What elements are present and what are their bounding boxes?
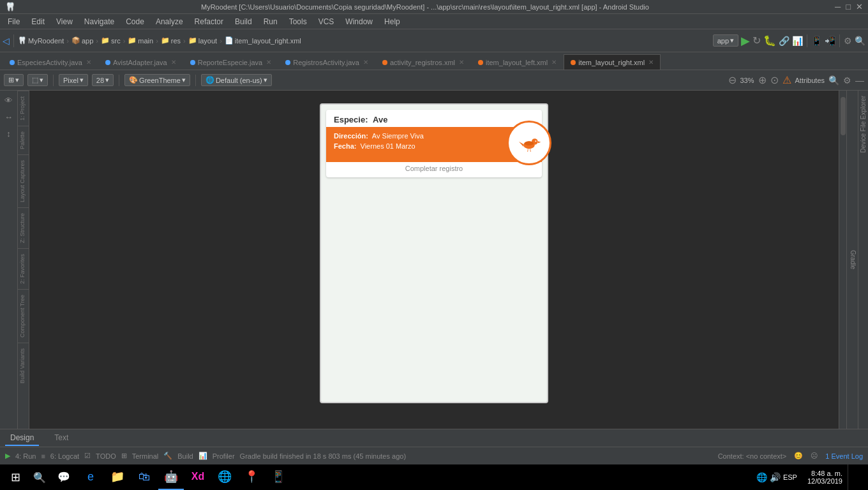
taskbar-icon-cortana[interactable]: 💬 (51, 464, 77, 490)
tab-especies-activity[interactable]: EspeciesActivity.java ✕ (3, 54, 98, 70)
structure-panel-label[interactable]: Z: Structure (18, 207, 29, 248)
device-dropdown[interactable]: Pixel ▾ (59, 74, 88, 86)
settings-icon[interactable]: ⚙ (843, 75, 851, 85)
bc-project[interactable]: 🦷 (18, 36, 27, 45)
fit-screen-button[interactable]: ⊙ (770, 74, 779, 86)
warning-icon[interactable]: ⚠ (782, 74, 791, 86)
bc-file-name[interactable]: item_layout_right.xml (235, 37, 301, 45)
network-icon[interactable]: 🌐 (756, 472, 767, 482)
project-panel-label[interactable]: 1: Project (18, 91, 29, 126)
taskbar-icon-nox[interactable]: 📱 (266, 464, 291, 490)
attributes-label[interactable]: Attributes (795, 77, 825, 84)
sync-icon[interactable]: ↻ (752, 34, 761, 47)
menu-window[interactable]: Window (340, 16, 378, 27)
menu-code[interactable]: Code (121, 16, 149, 27)
tab-close-icon[interactable]: ✕ (459, 59, 464, 66)
tab-activity-registros-xml[interactable]: activity_registros.xml ✕ (375, 54, 471, 70)
search-button[interactable]: 🔍 (28, 464, 51, 490)
bc-app[interactable]: 📦 (71, 36, 80, 45)
taskbar-clock[interactable]: 8:48 a. m. 12/03/2019 (802, 470, 848, 485)
device-file-explorer[interactable]: Device File Explorer (858, 91, 868, 429)
menu-tools[interactable]: Tools (284, 16, 312, 27)
bc-project-name[interactable]: MyRoodent (28, 37, 64, 45)
taskbar-icon-explorer[interactable]: 📁 (105, 464, 130, 490)
taskbar-icon-android-studio[interactable]: 🤖 (158, 464, 184, 490)
profile-icon[interactable]: 📊 (792, 36, 803, 46)
search-icon[interactable]: 🔍 (828, 75, 839, 85)
bc-app-name[interactable]: app (82, 37, 93, 45)
menu-analyze[interactable]: Analyze (151, 16, 188, 27)
palette-panel-label[interactable]: Palette (18, 126, 29, 154)
taskbar-icon-store[interactable]: 🛍 (131, 464, 157, 490)
locale-dropdown[interactable]: 🌐 Default (en-us) ▾ (201, 74, 272, 86)
tab-close-icon[interactable]: ✕ (363, 59, 368, 66)
gradle-sidebar[interactable]: Gradle (846, 91, 858, 429)
menu-file[interactable]: File (3, 16, 25, 27)
bc-src-name[interactable]: src (111, 37, 121, 45)
avd-manager-icon[interactable]: 📲 (825, 36, 835, 46)
sad-icon[interactable]: ☹ (811, 452, 818, 460)
zoom-in-button[interactable]: ⊕ (758, 74, 767, 86)
build-label[interactable]: Build (177, 452, 193, 460)
bc-file[interactable]: 📄 (225, 36, 234, 45)
run-bar-run[interactable]: ▶ (5, 452, 10, 460)
settings-icon[interactable]: ⚙ (844, 36, 852, 46)
taskbar-icon-chrome[interactable]: 🌐 (212, 464, 237, 490)
design-tab[interactable]: Design (5, 431, 39, 446)
menu-run[interactable]: Run (258, 16, 283, 27)
debug-button[interactable]: 🐛 (763, 34, 776, 47)
tab-close-icon[interactable]: ✕ (648, 59, 654, 66)
back-icon[interactable]: ◁ (3, 36, 10, 46)
text-tab[interactable]: Text (49, 431, 73, 446)
captures-panel-label[interactable]: Layout Captures (18, 154, 29, 207)
menu-refactor[interactable]: Refactor (190, 16, 228, 27)
close-button[interactable]: ✕ (856, 2, 863, 11)
run-config-dropdown[interactable]: app ▾ (713, 34, 738, 47)
language-indicator[interactable]: ESP (783, 473, 797, 481)
bc-main[interactable]: 📁 (128, 36, 137, 45)
variants-panel-label[interactable]: Build Variants (18, 343, 29, 389)
tab-close-icon[interactable]: ✕ (551, 59, 557, 66)
logcat-label[interactable]: 6: Logcat (50, 452, 79, 460)
card-footer[interactable]: Completar registro (326, 162, 542, 177)
completar-registro-button[interactable]: Completar registro (405, 165, 463, 172)
show-desktop-button[interactable] (848, 464, 865, 490)
run-label[interactable]: 4: Run (15, 452, 36, 460)
start-button[interactable]: ⊞ (3, 464, 28, 490)
taskbar-icon-xd[interactable]: Xd (185, 464, 211, 490)
more-icon[interactable]: — (855, 75, 864, 85)
vertical-scrollbar[interactable] (839, 91, 846, 429)
tab-registros-activity[interactable]: RegistrosActivity.java ✕ (278, 54, 375, 70)
eye-icon[interactable]: 👁 (2, 93, 16, 107)
taskbar-icon-maps[interactable]: 📍 (239, 464, 264, 490)
sdk-manager-icon[interactable]: 📱 (811, 36, 822, 46)
align-top-icon[interactable]: ↕ (2, 126, 16, 140)
bc-layout-name[interactable]: layout (198, 37, 217, 45)
component-panel-label[interactable]: Component Tree (18, 289, 29, 343)
tab-close-icon[interactable]: ✕ (86, 59, 91, 66)
tab-close-icon[interactable]: ✕ (266, 59, 271, 66)
tab-item-layout-left[interactable]: item_layout_left.xml ✕ (471, 54, 564, 70)
api-dropdown[interactable]: 28 ▾ (92, 74, 114, 86)
taskbar-icon-ie[interactable]: e (78, 464, 103, 490)
orientation-button[interactable]: ⬚ ▾ (27, 74, 48, 86)
tab-close-icon[interactable]: ✕ (171, 59, 176, 66)
tab-reporte-especie[interactable]: ReporteEspecie.java ✕ (183, 54, 279, 70)
search-everywhere-icon[interactable]: 🔍 (855, 36, 865, 46)
gradle-label[interactable]: Gradle (848, 245, 858, 274)
event-log-label[interactable]: 1 Event Log (825, 452, 863, 460)
volume-icon[interactable]: 🔊 (770, 472, 781, 482)
happy-icon[interactable]: 😊 (794, 452, 803, 460)
bc-res[interactable]: 📁 (161, 36, 170, 45)
bc-main-name[interactable]: main (138, 37, 153, 45)
attach-debugger-icon[interactable]: 🔗 (779, 36, 789, 46)
bc-res-name[interactable]: res (171, 37, 181, 45)
profiler-label[interactable]: Profiler (213, 452, 235, 460)
device-explorer-label[interactable]: Device File Explorer (858, 91, 868, 158)
todo-label[interactable]: TODO (96, 452, 116, 460)
tab-avist-adapter[interactable]: AvistAdapter.java ✕ (98, 54, 183, 70)
terminal-label[interactable]: Terminal (132, 452, 159, 460)
bc-src[interactable]: 📁 (101, 36, 110, 45)
menu-view[interactable]: View (51, 16, 78, 27)
menu-edit[interactable]: Edit (26, 16, 50, 27)
